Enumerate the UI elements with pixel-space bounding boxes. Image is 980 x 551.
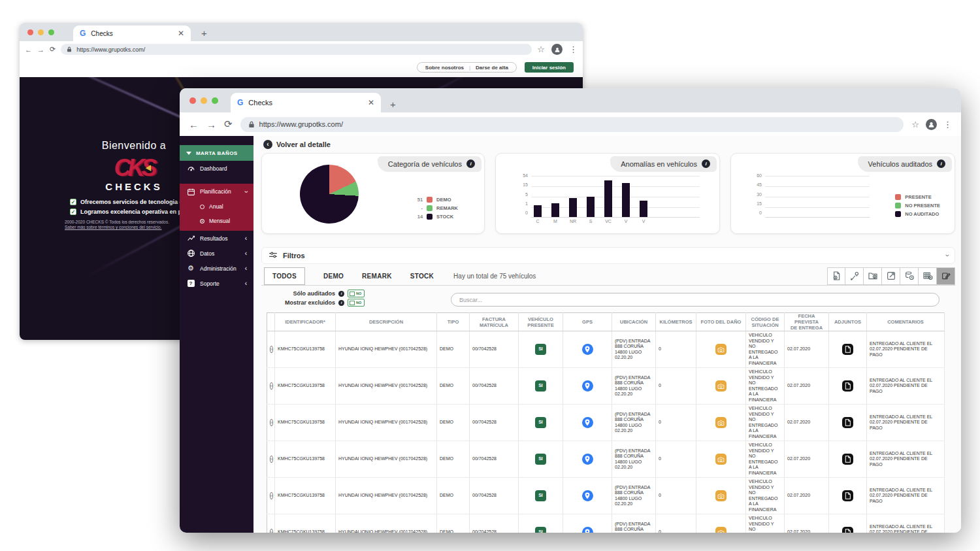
filters-bar[interactable]: Filtros ‹	[261, 247, 955, 264]
expand-row-icon[interactable]: ›	[270, 346, 273, 353]
camera-icon[interactable]	[715, 344, 727, 355]
sidebar-item-datos[interactable]: Datos ‹	[180, 246, 253, 261]
gps-pin-icon[interactable]	[582, 344, 593, 355]
gps-pin-icon[interactable]	[582, 527, 593, 533]
browser-tab[interactable]: G Checks ✕	[231, 93, 381, 112]
back-to-detail-link[interactable]: ‹ Volver al detalle	[263, 140, 331, 149]
desktop: G Checks ✕ + ← → ⟳ https://www.grupotks.…	[0, 0, 980, 551]
new-tab-button[interactable]: +	[201, 27, 207, 39]
menu-kebab-icon[interactable]: ⋮	[569, 44, 578, 54]
browser-tab[interactable]: G Checks ✕	[73, 25, 191, 41]
col-foto-dano: FOTO DEL DAÑO	[696, 313, 746, 331]
sidebar-item-soporte[interactable]: ? Soporte ‹	[180, 276, 253, 291]
document-icon[interactable]	[842, 380, 853, 392]
gps-pin-icon[interactable]	[582, 454, 593, 465]
xtick-label: NR	[569, 219, 577, 224]
info-icon[interactable]: i	[466, 159, 475, 168]
open-external-button[interactable]	[882, 267, 900, 285]
close-tab-icon[interactable]: ✕	[368, 98, 374, 107]
edit-audit-button[interactable]	[937, 267, 955, 285]
folder-download-button[interactable]	[864, 267, 882, 285]
profile-avatar[interactable]	[926, 119, 937, 130]
forward-icon[interactable]: →	[206, 119, 216, 130]
tab-todos[interactable]: TODOS	[264, 267, 305, 285]
about-link[interactable]: Sobre nosotros	[425, 65, 464, 71]
document-icon[interactable]	[842, 490, 853, 501]
sidebar-item-resultados[interactable]: Resultados ‹	[180, 231, 253, 246]
reload-icon[interactable]: ⟳	[50, 45, 56, 54]
cell-factura: 00/7042528	[470, 514, 519, 533]
signup-link[interactable]: Darse de alta	[476, 65, 508, 71]
sidebar-item-planificacion[interactable]: Planificación ‹	[180, 184, 253, 199]
bookmark-star-icon[interactable]: ☆	[911, 120, 919, 129]
close-window-button[interactable]	[27, 29, 33, 35]
document-icon[interactable]	[842, 417, 853, 428]
maximize-window-button[interactable]	[48, 29, 54, 35]
minimize-window-button[interactable]	[38, 29, 44, 35]
document-icon[interactable]	[842, 454, 853, 465]
expand-row-icon[interactable]: ›	[270, 382, 273, 390]
expand-row-icon[interactable]: ›	[270, 492, 273, 499]
presente-badge: SI	[535, 344, 546, 355]
forward-icon[interactable]: →	[37, 46, 44, 54]
sidebar-item-dashboard[interactable]: Dashboard	[180, 161, 253, 176]
camera-icon[interactable]	[715, 380, 727, 392]
expand-row-icon[interactable]: ›	[270, 456, 273, 463]
expand-row-icon[interactable]: ›	[270, 419, 273, 426]
sidebar-item-administracion[interactable]: ⚙ Administración ‹	[180, 261, 253, 276]
info-icon[interactable]: i	[937, 159, 945, 168]
minimize-window-button[interactable]	[201, 97, 207, 104]
bar	[551, 203, 559, 217]
menu-kebab-icon[interactable]: ⋮	[943, 120, 952, 129]
cell-ubicacion: (PDV) ENTRADA888 CORUÑA14800 LUGO 02.20.…	[612, 331, 656, 368]
file-export-button[interactable]	[827, 267, 845, 285]
back-icon[interactable]: ←	[25, 46, 32, 54]
expand-row-icon[interactable]: ›	[270, 529, 273, 533]
gps-pin-icon[interactable]	[582, 380, 593, 392]
bar	[587, 197, 595, 217]
camera-icon[interactable]	[715, 490, 727, 501]
address-bar[interactable]: https://www.grupotks.com/	[240, 117, 904, 132]
chevron-down-icon[interactable]: ‹	[943, 254, 951, 257]
sidebar-user-menu[interactable]: MARTA BAÑOS	[180, 145, 253, 161]
info-icon[interactable]: i	[338, 300, 344, 306]
gps-pin-icon[interactable]	[582, 417, 593, 428]
tab-remark[interactable]: REMARK	[362, 273, 392, 280]
table-minus-button[interactable]	[919, 267, 937, 285]
radio-unchecked-icon	[200, 205, 204, 209]
col-comentarios: COMENTARIOS	[867, 313, 945, 331]
xtick-label: M	[551, 219, 559, 224]
traffic-lights[interactable]	[189, 97, 218, 104]
back-icon[interactable]: ←	[189, 119, 199, 130]
gps-pin-icon[interactable]	[582, 490, 593, 501]
camera-icon[interactable]	[715, 527, 727, 533]
maximize-window-button[interactable]	[212, 97, 218, 104]
address-bar[interactable]: https://www.grupotks.com/	[61, 44, 532, 55]
camera-icon[interactable]	[715, 417, 727, 428]
info-icon[interactable]: i	[702, 159, 710, 168]
profile-avatar[interactable]	[551, 44, 563, 55]
anomalias-yticks: 5415510	[517, 173, 531, 215]
tab-demo[interactable]: DEMO	[323, 273, 344, 280]
route-pin-button[interactable]	[845, 267, 864, 285]
new-tab-button[interactable]: +	[390, 99, 396, 110]
toggle-switch[interactable]: NO	[348, 299, 365, 307]
close-window-button[interactable]	[189, 97, 196, 104]
info-icon[interactable]: i	[338, 291, 344, 297]
toggle-switch[interactable]: NO	[348, 290, 365, 297]
camera-icon[interactable]	[715, 454, 727, 465]
tab-stock[interactable]: STOCK	[410, 273, 434, 280]
login-button[interactable]: Iniciar sesión	[525, 62, 574, 73]
sidebar-item-anual[interactable]: Anual	[180, 199, 253, 214]
document-icon[interactable]	[842, 527, 853, 533]
reload-icon[interactable]: ⟳	[224, 118, 233, 130]
database-history-button[interactable]	[900, 267, 919, 285]
lock-icon	[248, 121, 255, 128]
sidebar-item-mensual[interactable]: Mensual	[180, 214, 253, 228]
document-icon[interactable]	[842, 344, 853, 355]
close-tab-icon[interactable]: ✕	[178, 29, 184, 38]
search-input[interactable]	[451, 293, 939, 307]
traffic-lights[interactable]	[27, 29, 54, 35]
bookmark-star-icon[interactable]: ☆	[537, 44, 545, 54]
total-vehicles-text: Hay un total de 75 vehículos	[453, 273, 536, 280]
